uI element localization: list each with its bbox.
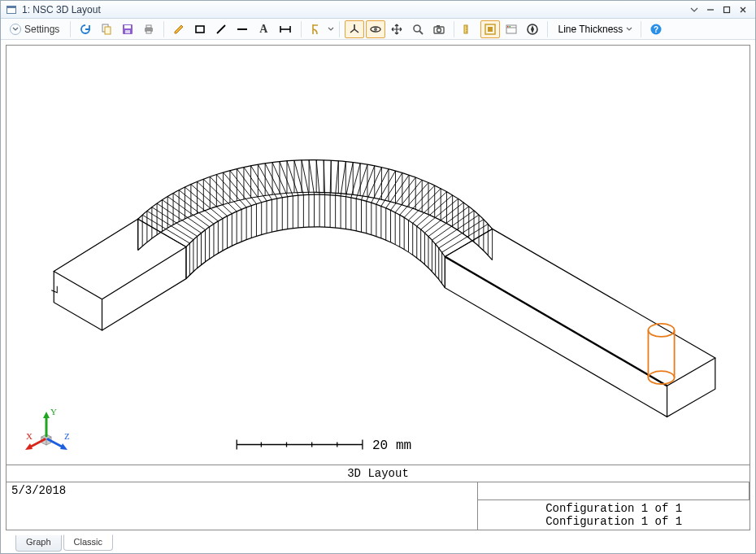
minimize-button[interactable] — [703, 2, 718, 17]
layers-button[interactable] — [502, 20, 521, 38]
svg-line-134 — [341, 162, 345, 196]
svg-point-23 — [437, 28, 441, 32]
print-icon — [142, 23, 155, 36]
chevron-down-icon — [626, 24, 632, 35]
hline-button[interactable] — [232, 20, 252, 38]
svg-line-53 — [163, 200, 206, 230]
toolbar: Settings A — [1, 19, 755, 40]
dimension-icon — [278, 23, 293, 36]
svg-rect-33 — [507, 26, 509, 28]
svg-rect-1 — [7, 6, 16, 8]
svg-line-21 — [419, 31, 423, 34]
separator — [70, 21, 71, 37]
separator — [454, 21, 454, 37]
viewport-3d[interactable]: 20 mm — [7, 46, 749, 465]
help-icon: ? — [650, 23, 663, 36]
layers-icon — [505, 23, 518, 36]
fit-button[interactable] — [480, 20, 500, 38]
svg-line-41 — [142, 215, 189, 243]
compass-button[interactable] — [523, 20, 542, 38]
canvas-frame: 20 mm — [6, 45, 750, 530]
help-button[interactable]: ? — [646, 20, 666, 38]
line-horiz-icon — [236, 23, 249, 36]
svg-line-140 — [351, 164, 360, 198]
app-icon — [6, 4, 17, 15]
svg-point-209 — [648, 324, 674, 337]
svg-line-44 — [147, 211, 193, 239]
maximize-button[interactable] — [719, 2, 734, 17]
zoom-button[interactable] — [408, 20, 428, 38]
save-button[interactable] — [118, 20, 137, 38]
svg-marker-225 — [60, 443, 67, 450]
chevron-down-icon — [690, 6, 698, 14]
svg-point-20 — [414, 25, 420, 32]
orbit-icon — [369, 23, 382, 36]
pencil-icon — [172, 23, 185, 36]
text-button[interactable]: A — [254, 20, 273, 38]
copy-icon — [100, 23, 113, 36]
svg-rect-5 — [105, 27, 111, 34]
svg-line-149 — [367, 168, 382, 202]
refresh-button[interactable] — [76, 20, 95, 38]
scene-3d: 20 mm — [7, 46, 749, 465]
chevron-down-icon[interactable] — [328, 23, 334, 36]
svg-line-107 — [280, 162, 293, 196]
svg-line-170 — [400, 182, 428, 215]
copy-button[interactable] — [97, 20, 116, 38]
settings-button[interactable]: Settings — [4, 20, 65, 38]
measure-button[interactable] — [306, 20, 326, 38]
svg-line-179 — [413, 192, 447, 224]
refresh-icon — [79, 23, 92, 36]
svg-rect-10 — [146, 25, 151, 28]
axis-triad: X Y Z — [18, 407, 75, 458]
svg-line-13 — [217, 25, 225, 33]
canvas-area: 20 mm — [1, 40, 755, 535]
svg-line-113 — [294, 160, 303, 194]
orbit-button[interactable] — [366, 20, 385, 38]
svg-line-86 — [230, 171, 257, 204]
svg-point-19 — [374, 28, 377, 31]
scale-bar — [237, 439, 363, 449]
print-button[interactable] — [139, 20, 159, 38]
line-thickness-button[interactable]: Line Thickness — [553, 24, 636, 35]
svg-rect-34 — [510, 26, 511, 28]
svg-rect-3 — [724, 7, 730, 12]
pan-button[interactable] — [387, 20, 406, 38]
axes-button[interactable] — [345, 20, 364, 38]
ruler-button[interactable] — [459, 20, 479, 38]
line-button[interactable] — [211, 20, 231, 38]
minimize-icon — [706, 6, 715, 14]
drawing-footer: 3D Layout 5/3/2018 Configuration 1 of 1 … — [7, 465, 749, 530]
separator — [339, 21, 340, 37]
separator — [547, 21, 548, 37]
compass-icon — [526, 23, 539, 36]
line-diag-icon — [215, 23, 228, 36]
app-window: 1: NSC 3D Layout Settings — [0, 0, 756, 554]
close-icon — [739, 6, 747, 14]
footer-empty — [478, 482, 749, 500]
pan-icon — [390, 23, 403, 36]
dimension-button[interactable] — [275, 20, 296, 38]
bottom-tabs: Graph Classic — [1, 535, 755, 553]
tab-graph[interactable]: Graph — [15, 535, 62, 552]
pencil-button[interactable] — [169, 20, 189, 38]
svg-text:Z: Z — [64, 431, 70, 441]
svg-line-131 — [336, 161, 339, 195]
caliper-icon — [310, 23, 323, 36]
rectangle-icon — [193, 23, 206, 36]
rectangle-button[interactable] — [190, 20, 210, 38]
scale-label: 20 mm — [372, 438, 411, 453]
tab-classic[interactable]: Classic — [63, 534, 113, 551]
view-date: 5/3/2018 — [7, 482, 478, 530]
settings-label: Settings — [24, 24, 59, 35]
dropdown-button[interactable] — [687, 2, 702, 17]
maximize-icon — [723, 6, 731, 14]
svg-rect-8 — [125, 30, 130, 33]
camera-button[interactable] — [429, 20, 449, 38]
svg-line-110 — [287, 161, 298, 195]
close-button[interactable] — [736, 2, 750, 17]
svg-text:?: ? — [654, 25, 658, 34]
svg-rect-7 — [124, 25, 131, 28]
ruler-icon — [463, 23, 476, 36]
separator — [641, 21, 641, 37]
